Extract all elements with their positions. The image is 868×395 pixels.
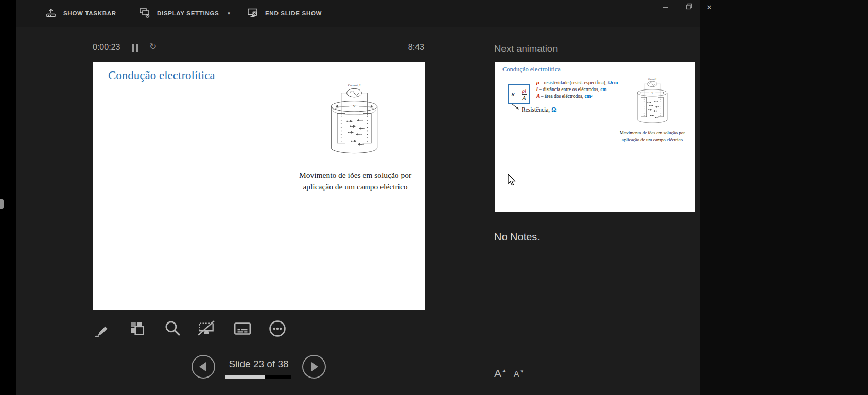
formula-annotations: ρ – resistividade (resist. específica), … bbox=[536, 80, 618, 100]
close-icon: ✕ bbox=[707, 4, 713, 11]
font-increase-caret-icon: ▲ bbox=[502, 368, 506, 373]
previous-slide-button[interactable] bbox=[192, 355, 215, 379]
callout-arrow-icon bbox=[510, 103, 522, 111]
current-label: Current, I bbox=[648, 78, 656, 81]
notes-divider bbox=[494, 225, 695, 225]
end-slide-show-icon bbox=[247, 7, 258, 20]
voltage-label: V bbox=[652, 92, 653, 94]
titlebar: SHOW TASKBAR DISPLAY SETTINGS ▼ bbox=[16, 0, 700, 27]
close-button[interactable]: ✕ bbox=[702, 1, 717, 13]
zoom-slide-button[interactable] bbox=[161, 317, 184, 340]
preview-slide-title: Condução electrolítica bbox=[502, 66, 561, 74]
desktop-background bbox=[700, 0, 868, 395]
ion-arrows bbox=[346, 120, 364, 145]
current-slide[interactable]: Condução electrolítica Current, I V bbox=[93, 62, 425, 310]
pause-icon bbox=[132, 44, 134, 52]
voltage-label: V bbox=[353, 104, 356, 108]
ellipsis-icon bbox=[267, 318, 288, 339]
previous-arrow-icon bbox=[199, 362, 206, 371]
restore-button[interactable] bbox=[682, 1, 696, 13]
magnifier-icon bbox=[163, 319, 182, 338]
progress-fill bbox=[225, 375, 265, 379]
next-slide-button[interactable] bbox=[302, 355, 326, 379]
slide-progress-bar bbox=[225, 375, 291, 379]
pen-button[interactable] bbox=[91, 317, 114, 340]
display-settings-label: DISPLAY SETTINGS bbox=[157, 10, 219, 16]
restart-timer-button[interactable]: ↻ bbox=[149, 41, 157, 52]
end-slide-show-button[interactable]: END SLIDE SHOW bbox=[247, 0, 322, 27]
black-screen-button[interactable] bbox=[195, 317, 218, 340]
diagram-caption: Movimento de iões em solução por aplicaç… bbox=[279, 170, 431, 193]
mouse-cursor bbox=[508, 174, 516, 186]
next-arrow-icon bbox=[311, 362, 318, 371]
font-decrease-caret-icon: ▼ bbox=[520, 369, 524, 374]
pen-icon bbox=[93, 319, 112, 338]
minimize-icon bbox=[663, 7, 668, 8]
captions-icon bbox=[232, 319, 253, 338]
show-taskbar-label: SHOW TASKBAR bbox=[63, 10, 116, 16]
see-all-slides-icon bbox=[128, 319, 147, 338]
show-taskbar-button[interactable]: SHOW TASKBAR bbox=[45, 0, 116, 27]
chevron-down-icon: ▼ bbox=[227, 11, 231, 16]
restore-icon bbox=[686, 3, 692, 12]
annotation-row: A – área dos eléctrodos, cm² bbox=[536, 93, 618, 100]
timer-elapsed: 0:00:23 bbox=[93, 43, 120, 52]
notes-text: No Notes. bbox=[494, 231, 540, 243]
end-slide-show-label: END SLIDE SHOW bbox=[265, 10, 322, 16]
font-decrease-button[interactable]: A▼ bbox=[514, 370, 524, 379]
captions-button[interactable] bbox=[231, 317, 254, 340]
see-all-slides-button[interactable] bbox=[126, 317, 149, 340]
font-increase-button[interactable]: A▲ bbox=[494, 367, 506, 380]
display-settings-icon bbox=[139, 7, 150, 20]
more-options-button[interactable] bbox=[266, 317, 289, 340]
preview-diagram-caption: Movimento de iões em solução por aplicaç… bbox=[610, 130, 695, 143]
next-animation-header: Next animation bbox=[494, 43, 558, 55]
annotation-row: l – distância entre os eléctrodos, cm bbox=[536, 86, 618, 93]
black-screen-icon bbox=[196, 319, 217, 338]
next-slide-preview[interactable]: Condução electrolítica R = ρl A ρ – resi… bbox=[495, 62, 695, 212]
resistance-callout: Resistência, Ω bbox=[522, 106, 556, 113]
current-label: Current, I bbox=[348, 83, 360, 87]
left-edge-notch bbox=[0, 199, 4, 209]
slide-counter: Slide 23 of 38 bbox=[221, 358, 296, 370]
ion-arrows bbox=[647, 101, 659, 118]
minimize-button[interactable] bbox=[658, 1, 672, 13]
current-time: 8:43 bbox=[385, 43, 424, 52]
display-settings-button[interactable]: DISPLAY SETTINGS ▼ bbox=[139, 0, 231, 27]
electrolytic-cell-diagram: Current, I V bbox=[319, 82, 389, 158]
presenter-view-window: SHOW TASKBAR DISPLAY SETTINGS ▼ bbox=[16, 0, 700, 395]
restart-icon: ↻ bbox=[149, 42, 157, 51]
pause-timer-button[interactable] bbox=[132, 44, 138, 52]
taskbar-icon bbox=[45, 7, 57, 20]
slide-title: Condução electrolítica bbox=[108, 69, 215, 82]
annotation-row: ρ – resistividade (resist. específica), … bbox=[536, 80, 618, 86]
resistance-formula: R = ρl A bbox=[508, 84, 530, 104]
preview-cell-diagram: Current, I V bbox=[630, 77, 675, 127]
